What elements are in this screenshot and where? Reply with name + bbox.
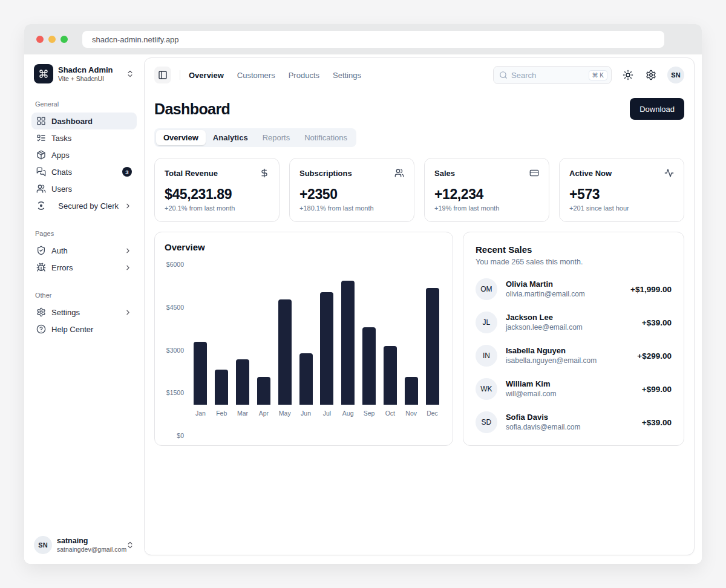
bar-jun [299, 353, 313, 405]
y-tick: $4500 [166, 304, 184, 311]
gear-icon [36, 307, 46, 317]
bar-column [422, 264, 443, 405]
x-tick: Feb [211, 410, 232, 417]
stat-value: +573 [569, 186, 674, 203]
x-tick: Nov [401, 410, 422, 417]
activity-icon [664, 168, 674, 178]
package-icon [36, 150, 46, 160]
chart-plot [190, 264, 443, 405]
sidebar-item-apps[interactable]: Apps [31, 146, 137, 163]
bar-may [278, 299, 292, 405]
y-tick: $1500 [166, 389, 184, 396]
workspace-labels: Shadcn Admin Vite + ShadcnUI [58, 65, 121, 82]
workspace-switcher[interactable]: Shadcn Admin Vite + ShadcnUI [31, 63, 137, 85]
sale-name: Isabella Nguyen [506, 346, 629, 356]
nav-link-settings[interactable]: Settings [333, 71, 361, 80]
sidebar-item-secured-by-clerk[interactable]: Secured by Clerk [31, 197, 137, 214]
profile-avatar[interactable]: SN [667, 67, 684, 83]
sidebar-section-general: General [35, 100, 133, 108]
tab-analytics[interactable]: Analytics [206, 130, 255, 145]
sale-row: WK William Kim will@email.com +$99.00 [476, 378, 672, 400]
theme-toggle-button[interactable] [621, 68, 635, 82]
recent-sales-title: Recent Sales [476, 244, 672, 255]
close-window-button[interactable] [36, 36, 44, 43]
stat-sub: +19% from last month [434, 204, 539, 212]
command-icon [34, 64, 53, 83]
sale-email: olivia.martin@email.com [506, 290, 622, 299]
panel-left-icon [158, 70, 168, 80]
sale-email: jackson.lee@email.com [506, 323, 633, 333]
bar-column [295, 264, 316, 405]
nav-link-customers[interactable]: Customers [237, 71, 275, 80]
chevrons-up-down-icon [126, 541, 134, 549]
stat-title: Active Now [569, 169, 612, 178]
sale-row: OM Olivia Martin olivia.martin@email.com… [476, 278, 672, 300]
x-tick: Aug [338, 410, 359, 417]
recent-sales-subtitle: You made 265 sales this month. [476, 258, 672, 266]
sidebar-item-dashboard[interactable]: Dashboard [31, 113, 137, 129]
sidebar-item-help-center[interactable]: Help Center [31, 321, 137, 338]
sidebar-item-tasks[interactable]: Tasks [31, 129, 137, 146]
gear-icon [646, 70, 656, 80]
sidebar-item-users[interactable]: Users [31, 180, 137, 197]
sidebar-item-label: Apps [51, 151, 132, 160]
layout-grid-icon [36, 116, 46, 126]
sale-avatar: JL [476, 312, 497, 333]
user-menu[interactable]: SN satnaing satnaingdev@gmail.com [30, 532, 138, 558]
user-labels: satnaing satnaingdev@gmail.com [57, 537, 121, 554]
sale-amount: +$39.00 [642, 418, 672, 427]
user-email: satnaingdev@gmail.com [57, 546, 121, 554]
bar-column [211, 264, 232, 405]
tab-reports[interactable]: Reports [255, 130, 298, 145]
bar-mar [236, 359, 249, 405]
user-avatar: SN [34, 536, 52, 554]
chart-xlabels: JanFebMarAprMayJunJulAugSepOctNovDec [190, 410, 443, 417]
browser-window: shadcn-admin.netlify.app Shadcn Admin Vi… [24, 24, 702, 564]
stat-title: Subscriptions [299, 169, 352, 178]
nav-link-overview[interactable]: Overview [189, 71, 224, 80]
download-button[interactable]: Download [630, 98, 684, 120]
bar-column [379, 264, 401, 405]
sidebar-toggle-button[interactable] [154, 67, 171, 83]
topbar-right: ⌘ K SN [493, 66, 684, 84]
sidebar-item-errors[interactable]: Errors [31, 259, 137, 276]
bar-column [401, 264, 422, 405]
maximize-window-button[interactable] [60, 36, 68, 43]
sale-avatar: IN [476, 345, 497, 367]
tab-overview[interactable]: Overview [156, 130, 206, 145]
x-tick: May [274, 410, 295, 417]
search-input-wrap[interactable]: ⌘ K [493, 66, 612, 84]
url-bar[interactable]: shadcn-admin.netlify.app [82, 31, 664, 48]
bar-feb [215, 370, 228, 405]
chart-yaxis: $6000$4500$3000$1500$0 [165, 264, 190, 436]
sidebar-item-auth[interactable]: Auth [31, 242, 137, 259]
shield-check-icon [36, 246, 46, 255]
sidebar-item-label: Users [51, 185, 132, 194]
sidebar-item-settings[interactable]: Settings [31, 304, 137, 321]
page-content: Dashboard Download Overview Analytics Re… [145, 92, 694, 555]
search-kbd-shortcut: ⌘ K [589, 70, 607, 80]
search-input[interactable] [511, 71, 585, 80]
url-text: shadcn-admin.netlify.app [92, 35, 179, 44]
settings-button[interactable] [644, 68, 658, 82]
bar-dec [426, 288, 439, 405]
tab-notifications[interactable]: Notifications [297, 130, 355, 145]
bug-icon [36, 263, 46, 272]
sidebar-item-chats[interactable]: Chats 3 [31, 163, 137, 180]
users-icon [394, 168, 404, 178]
chevron-right-icon [124, 309, 132, 316]
bottom-row: Overview $6000$4500$3000$1500$0 JanFebMa… [154, 232, 684, 446]
stat-value: +12,234 [434, 186, 539, 203]
x-tick: Mar [232, 410, 253, 417]
dollar-icon [260, 168, 269, 178]
stat-card-total-revenue: Total Revenue $45,231.89 +20.1% from las… [154, 158, 280, 222]
sale-name: Sofia Davis [506, 413, 633, 423]
nav-link-products[interactable]: Products [289, 71, 319, 80]
sale-name: Olivia Martin [506, 279, 622, 290]
sale-email: will@email.com [506, 390, 633, 399]
stat-title: Total Revenue [165, 169, 218, 178]
chart-title: Overview [165, 242, 443, 252]
minimize-window-button[interactable] [48, 36, 56, 43]
sidebar-item-label: Secured by Clerk [58, 201, 119, 211]
sidebar-section-other: Other [35, 292, 133, 299]
